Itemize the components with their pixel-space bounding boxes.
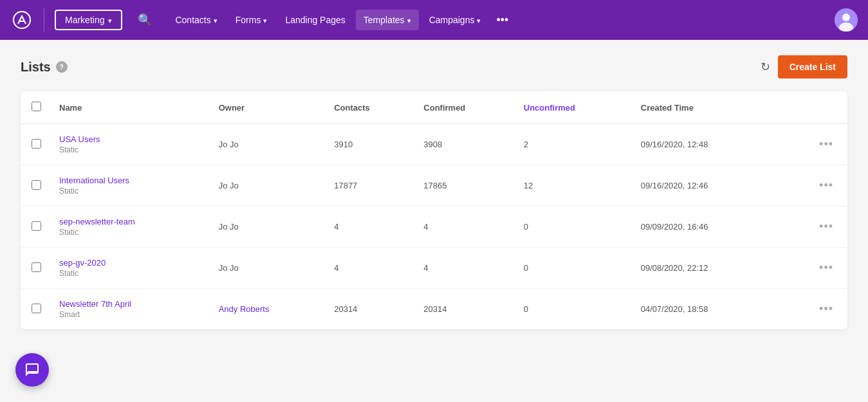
- list-name-link[interactable]: International Users: [59, 176, 203, 185]
- row-more-button[interactable]: •••: [815, 178, 837, 194]
- row-name-cell: sep-newsletter-team Static: [51, 206, 211, 248]
- search-button[interactable]: 🔍: [133, 10, 157, 30]
- row-created-time: 09/09/2020, 16:46: [633, 206, 778, 248]
- row-more-button[interactable]: •••: [815, 260, 837, 276]
- list-name-link[interactable]: USA Users: [59, 134, 203, 144]
- campaigns-label: Campaigns: [429, 15, 475, 25]
- col-created-time: Created Time: [633, 91, 778, 124]
- row-created-time: 09/16/2020, 12:46: [633, 165, 778, 206]
- page-header: Lists ? ↻ Create List: [21, 55, 847, 78]
- more-options-button[interactable]: •••: [491, 11, 513, 30]
- row-unconfirmed: 0: [516, 248, 633, 289]
- row-created-time: 09/08/2020, 22:12: [633, 248, 778, 289]
- row-name-cell: Newsletter 7th April Smart: [51, 289, 211, 330]
- lists-table-container: Name Owner Contacts Confirmed Unconfirme…: [21, 91, 847, 329]
- col-actions: [778, 91, 847, 124]
- row-contacts: 4: [326, 248, 416, 289]
- table-row: USA Users Static Jo Jo 3910 3908 2 09/16…: [21, 124, 847, 165]
- refresh-button[interactable]: ↻: [761, 60, 770, 74]
- row-checkbox[interactable]: [32, 262, 41, 272]
- main-content: Lists ? ↻ Create List Name Owner Contact…: [0, 40, 868, 345]
- table-row: International Users Static Jo Jo 17877 1…: [21, 165, 847, 206]
- row-checkbox-cell: [21, 289, 51, 330]
- help-icon[interactable]: ?: [56, 61, 68, 73]
- app-logo[interactable]: [10, 8, 33, 32]
- svg-point-2: [842, 14, 850, 21]
- list-name-link[interactable]: Newsletter 7th April: [59, 299, 203, 309]
- row-unconfirmed: 2: [516, 124, 633, 165]
- row-name-cell: International Users Static: [51, 165, 211, 206]
- row-actions-cell: •••: [778, 289, 847, 330]
- row-checkbox[interactable]: [32, 221, 41, 231]
- list-type-label: Smart: [59, 310, 203, 319]
- row-actions-cell: •••: [778, 124, 847, 165]
- row-more-button[interactable]: •••: [815, 136, 837, 152]
- nav-landing-pages[interactable]: Landing Pages: [277, 10, 353, 30]
- row-checkbox-cell: [21, 248, 51, 289]
- nav-templates[interactable]: Templates: [356, 10, 419, 30]
- row-checkbox-cell: [21, 206, 51, 248]
- row-more-button[interactable]: •••: [815, 219, 837, 235]
- forms-chevron-icon: [263, 15, 267, 25]
- campaigns-chevron-icon: [477, 15, 481, 25]
- list-type-label: Static: [59, 145, 203, 154]
- col-confirmed: Confirmed: [416, 91, 515, 124]
- forms-label: Forms: [235, 15, 261, 25]
- row-name-cell: USA Users Static: [51, 124, 211, 165]
- col-name: Name: [51, 91, 211, 124]
- row-created-time: 04/07/2020, 18:58: [633, 289, 778, 330]
- templates-label: Templates: [364, 15, 405, 25]
- table-row: Newsletter 7th April Smart Andy Roberts …: [21, 289, 847, 330]
- top-navigation: Marketing 🔍 Contacts Forms Landing Pages…: [0, 0, 868, 40]
- list-name-link[interactable]: sep-gv-2020: [59, 258, 203, 268]
- row-checkbox-cell: [21, 165, 51, 206]
- table-header-row: Name Owner Contacts Confirmed Unconfirme…: [21, 91, 847, 124]
- nav-contacts[interactable]: Contacts: [167, 10, 225, 30]
- list-name-link[interactable]: sep-newsletter-team: [59, 217, 203, 226]
- contacts-chevron-icon: [214, 15, 217, 25]
- col-unconfirmed: Unconfirmed: [516, 91, 633, 124]
- list-type-label: Static: [59, 187, 203, 196]
- row-created-time: 09/16/2020, 12:48: [633, 124, 778, 165]
- row-owner: Jo Jo: [211, 206, 327, 248]
- row-owner: Andy Roberts: [211, 289, 327, 330]
- select-all-cell: [21, 91, 51, 124]
- nav-campaigns[interactable]: Campaigns: [421, 10, 489, 30]
- row-contacts: 3910: [326, 124, 416, 165]
- row-confirmed: 17865: [416, 165, 515, 206]
- row-owner: Jo Jo: [211, 124, 327, 165]
- create-list-button[interactable]: Create List: [778, 55, 847, 78]
- table-body: USA Users Static Jo Jo 3910 3908 2 09/16…: [21, 124, 847, 330]
- marketing-label: Marketing: [65, 15, 104, 25]
- marketing-chevron-icon: [108, 15, 112, 25]
- col-contacts: Contacts: [326, 91, 416, 124]
- col-owner: Owner: [211, 91, 327, 124]
- row-confirmed: 4: [416, 206, 515, 248]
- select-all-checkbox[interactable]: [32, 102, 41, 111]
- row-checkbox[interactable]: [32, 139, 41, 149]
- row-unconfirmed: 0: [516, 289, 633, 330]
- lists-table: Name Owner Contacts Confirmed Unconfirme…: [21, 91, 847, 329]
- nav-forms[interactable]: Forms: [228, 10, 275, 30]
- row-confirmed: 20314: [416, 289, 515, 330]
- row-contacts: 20314: [326, 289, 416, 330]
- row-name-cell: sep-gv-2020 Static: [51, 248, 211, 289]
- list-type-label: Static: [59, 269, 203, 278]
- row-checkbox[interactable]: [32, 304, 41, 313]
- user-avatar[interactable]: [835, 8, 858, 32]
- row-checkbox[interactable]: [32, 180, 41, 190]
- svg-point-0: [14, 12, 30, 28]
- row-actions-cell: •••: [778, 248, 847, 289]
- nav-divider: [44, 8, 44, 32]
- contacts-label: Contacts: [175, 15, 210, 25]
- row-checkbox-cell: [21, 124, 51, 165]
- table-row: sep-newsletter-team Static Jo Jo 4 4 0 0…: [21, 206, 847, 248]
- row-owner: Jo Jo: [211, 248, 327, 289]
- row-actions-cell: •••: [778, 206, 847, 248]
- row-more-button[interactable]: •••: [815, 301, 837, 317]
- marketing-dropdown-button[interactable]: Marketing: [55, 10, 122, 30]
- row-confirmed: 4: [416, 248, 515, 289]
- nav-links: Contacts Forms Landing Pages Templates C…: [167, 10, 513, 30]
- row-confirmed: 3908: [416, 124, 515, 165]
- landing-pages-label: Landing Pages: [285, 15, 345, 25]
